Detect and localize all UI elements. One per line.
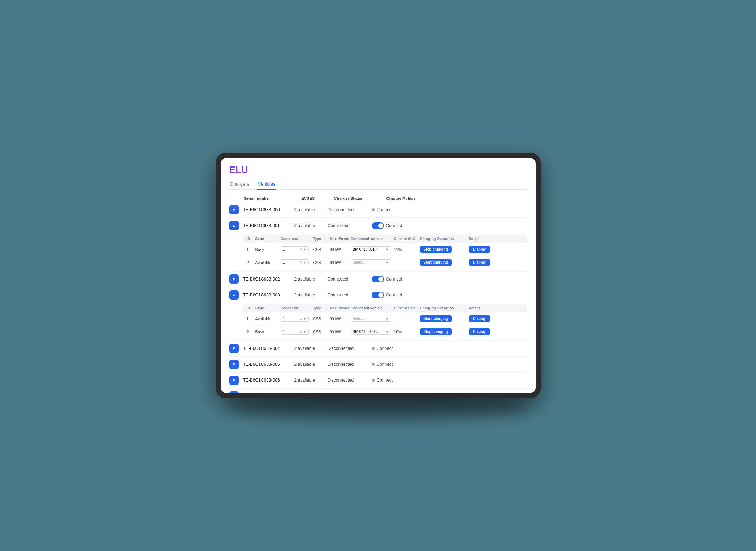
status-dot-c6 [372, 363, 375, 366]
evse-details-c4-0[interactable]: Display [469, 315, 492, 322]
evse-connector-c2-0[interactable]: 1✕ ▼ [281, 246, 309, 252]
expand-btn-c5[interactable]: ▼ [229, 344, 239, 353]
charger-group-c7: ▼TE-B6C1C633-0062 availableDisconnectedC… [229, 373, 527, 389]
content-area: Serial number EVSES Charger Status Charg… [221, 190, 536, 393]
toggle-c2[interactable] [372, 222, 384, 229]
evse-table-c4: IDStateConnectorTypeMax. PowerConnected … [243, 304, 527, 338]
action-label-c3: Connect [386, 277, 402, 282]
evse-col-header-5: Connected vehicle [351, 306, 394, 310]
charger-evses-c6: 2 available [294, 362, 323, 367]
charger-row-c4: ▲TE-B6C1C633-0032 availableConnectedConn… [229, 287, 527, 303]
operation-btn-c4-0[interactable]: Start charging [420, 315, 452, 322]
expand-btn-c2[interactable]: ▲ [229, 221, 239, 230]
operation-btn-c2-0[interactable]: Stop charging [420, 246, 452, 253]
display-btn-c4-0[interactable]: Display [469, 315, 491, 322]
evse-col-header-6: Current SoC [394, 306, 420, 310]
evse-connector-c4-0[interactable]: 1✕ ▼ [281, 316, 309, 322]
charger-row-c5: ▼TE-B6C1C633-0042 availableDisconnectedC… [229, 341, 527, 356]
evse-details-c4-1[interactable]: Display [469, 328, 492, 335]
charger-serial-c6: TE-B6C1C633-005 [243, 362, 290, 367]
display-btn-c2-0[interactable]: Display [469, 246, 491, 253]
action-label-c2: Connect [386, 223, 402, 228]
charger-group-c6: ▼TE-B6C1C633-0052 availableDisconnectedC… [229, 357, 527, 373]
evse-connector-c2-1[interactable]: 1✕ ▼ [281, 259, 309, 265]
expand-btn-c3[interactable]: ▼ [229, 274, 239, 284]
charger-row-c1: ▼TE-B6C1C633-0002 availableDisconnectedC… [229, 202, 527, 218]
evse-vehicle-c4-0[interactable]: Select...▼ [351, 316, 391, 322]
charger-row-c6: ▼TE-B6C1C633-0052 availableDisconnectedC… [229, 357, 527, 372]
evse-operation-c4-1[interactable]: Stop charging [420, 328, 469, 335]
evse-details-c2-1[interactable]: Display [469, 259, 492, 266]
action-label-c7: Connect [377, 378, 393, 383]
evse-operation-c4-0[interactable]: Start charging [420, 315, 469, 322]
evse-id-c4-0: 1 [247, 317, 255, 321]
operation-btn-c4-1[interactable]: Stop charging [420, 328, 452, 335]
charger-action-c1: Connect [372, 207, 393, 212]
charger-evses-c2: 2 available [294, 223, 323, 228]
charger-action-c6: Connect [372, 362, 393, 367]
charger-evses-c4: 2 available [294, 292, 323, 298]
tab-vehicles[interactable]: Vehicles [257, 179, 276, 190]
col-header-status: Charger Status [334, 196, 386, 200]
charger-serial-c7: TE-B6C1C633-006 [243, 378, 290, 383]
charger-serial-c4: TE-B6C1C633-003 [243, 292, 290, 298]
tab-chargers[interactable]: Chargers [229, 179, 250, 190]
charger-row-c7: ▼TE-B6C1C633-0062 availableDisconnectedC… [229, 373, 527, 388]
evse-power-c2-0: 90 kW [330, 247, 351, 252]
evse-col-header-3: Type [313, 306, 330, 310]
charger-serial-c1: TE-B6C1C633-000 [243, 207, 290, 212]
evse-vehicle-c2-0[interactable]: BM-0413-001✕▼ [351, 246, 391, 252]
display-btn-c2-1[interactable]: Display [469, 259, 491, 266]
charger-list: ▼TE-B6C1C633-0002 availableDisconnectedC… [229, 202, 527, 393]
evse-state-c4-1: Busy [255, 330, 281, 334]
charger-group-c1: ▼TE-B6C1C633-0002 availableDisconnectedC… [229, 202, 527, 218]
expand-btn-c4[interactable]: ▲ [229, 290, 239, 300]
evse-row-c4-1: 2Busy1✕ ▼CSS90 kWBM-0413-000✕▼10%Stop ch… [243, 325, 527, 338]
evse-header-c4: IDStateConnectorTypeMax. PowerConnected … [243, 304, 527, 312]
evse-col-header-4: Max. Power [330, 237, 351, 241]
evse-col-header-8: Details [469, 237, 492, 241]
tablet-frame: ELU Chargers Vehicles Serial number EVSE… [216, 153, 541, 398]
charger-status-c1: Disconnected [328, 207, 367, 212]
evse-col-header-7: Charging Operation [420, 306, 469, 310]
app-logo: ELU [229, 164, 527, 175]
charger-status-c6: Disconnected [328, 362, 367, 367]
toggle-c3[interactable] [372, 276, 384, 282]
evse-type-c4-1: CSS [313, 330, 330, 334]
status-dot-c1 [372, 208, 375, 211]
expand-btn-c1[interactable]: ▼ [229, 205, 239, 214]
app-header: ELU Chargers Vehicles [221, 158, 536, 190]
charger-row-c3: ▼TE-B6C1C633-0022 availableConnectedConn… [229, 272, 527, 287]
toggle-c4[interactable] [372, 292, 384, 298]
charger-evses-c7: 2 available [294, 378, 323, 383]
evse-col-header-3: Type [313, 237, 330, 241]
evse-details-c2-0[interactable]: Display [469, 246, 492, 253]
expand-btn-c6[interactable]: ▼ [229, 360, 239, 369]
evse-col-header-1: State [255, 306, 281, 310]
status-dot-c7 [372, 379, 375, 382]
col-header-serial: Serial number [244, 196, 302, 200]
operation-btn-c2-1[interactable]: Start charging [420, 259, 452, 266]
evse-col-header-1: State [255, 237, 281, 241]
nav-tabs: Chargers Vehicles [229, 179, 527, 190]
expand-btn-c8[interactable]: ▼ [229, 391, 239, 393]
charger-serial-c5: TE-B6C1C633-004 [243, 346, 290, 351]
action-label-c6: Connect [377, 362, 393, 367]
expand-btn-c7[interactable]: ▼ [229, 376, 239, 385]
display-btn-c4-1[interactable]: Display [469, 328, 491, 335]
evse-operation-c2-0[interactable]: Stop charging [420, 246, 469, 253]
charger-action-c4: Connect [372, 292, 402, 298]
evse-operation-c2-1[interactable]: Start charging [420, 259, 469, 266]
tablet-screen: ELU Chargers Vehicles Serial number EVSE… [221, 158, 536, 393]
evse-connector-c4-1[interactable]: 1✕ ▼ [281, 329, 309, 335]
evse-vehicle-c4-1[interactable]: BM-0413-000✕▼ [351, 329, 391, 335]
charger-status-c7: Disconnected [328, 378, 367, 383]
evse-row-c4-0: 1Available1✕ ▼CSS90 kWSelect...▼Start ch… [243, 312, 527, 325]
evse-col-header-7: Charging Operation [420, 237, 469, 241]
charger-action-c7: Connect [372, 378, 393, 383]
charger-action-c3: Connect [372, 276, 402, 282]
action-label-c5: Connect [377, 346, 393, 351]
evse-vehicle-c2-1[interactable]: Select...▼ [351, 259, 391, 265]
charger-status-c4: Connected [328, 292, 367, 298]
col-header-action: Charger Action [386, 196, 441, 200]
